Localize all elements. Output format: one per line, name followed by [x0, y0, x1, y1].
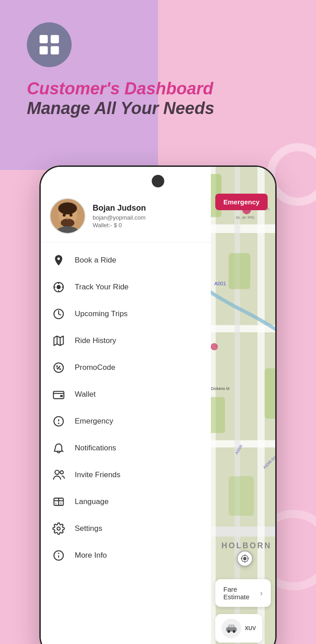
phone-camera	[152, 175, 164, 187]
svg-rect-47	[211, 526, 275, 537]
svg-rect-3	[51, 46, 59, 54]
target-icon	[51, 280, 66, 294]
menu-item-notifications[interactable]: Notifications	[41, 435, 211, 462]
promo-icon: %	[51, 360, 66, 375]
profile-section[interactable]: Bojan Judson bojan@yopmail.com Wallet:- …	[41, 167, 211, 242]
svg-point-8	[61, 219, 74, 227]
svg-text:ss, an IHG: ss, an IHG	[236, 215, 255, 220]
menu-item-language[interactable]: A 文 Language	[41, 488, 211, 515]
svg-rect-49	[257, 167, 265, 644]
dashboard-subtitle: Manage All Your Needs	[27, 98, 316, 119]
fare-estimate-bar[interactable]: Fare Estimate ›	[215, 579, 271, 607]
language-icon: A 文	[51, 495, 66, 509]
menu-label-ride-history: Ride History	[75, 336, 116, 345]
wallet-icon	[51, 387, 66, 402]
profile-info: Bojan Judson bojan@yopmail.com Wallet:- …	[93, 203, 202, 229]
menu-label-promo: PromoCode	[75, 363, 115, 372]
svg-rect-27	[53, 391, 64, 398]
svg-point-10	[69, 214, 73, 217]
phone-screen: Bojan Judson bojan@yopmail.com Wallet:- …	[41, 167, 275, 644]
svg-text:A001: A001	[214, 281, 226, 286]
location-pin-icon	[51, 253, 66, 267]
svg-point-31	[58, 423, 59, 424]
menu-label-upcoming-trips: Upcoming Trips	[75, 309, 128, 318]
menu-label-language: Language	[75, 497, 109, 506]
svg-rect-28	[60, 395, 63, 397]
dashboard-title: Customer's Dashboard	[27, 80, 316, 98]
svg-text:文: 文	[60, 502, 62, 505]
svg-rect-53	[265, 368, 275, 419]
menu-item-more-info[interactable]: More Info	[41, 542, 211, 569]
menu-label-wallet: Wallet	[75, 390, 96, 399]
svg-rect-1	[51, 35, 59, 43]
menu-label-settings: Settings	[75, 524, 102, 533]
bell-icon	[51, 441, 66, 455]
map-area: Emergency	[211, 167, 275, 644]
svg-rect-76	[232, 625, 234, 627]
svg-rect-45	[211, 325, 275, 332]
svg-rect-75	[229, 625, 231, 627]
svg-point-24	[56, 365, 58, 367]
car-icon	[222, 619, 241, 638]
menu-item-emergency[interactable]: Emergency	[41, 408, 211, 435]
svg-point-74	[233, 630, 235, 633]
svg-point-7	[60, 206, 75, 214]
car-type-bar[interactable]: XUV	[215, 614, 262, 643]
svg-text:A: A	[55, 502, 57, 505]
menu-label-track-ride: Track Your Ride	[75, 283, 128, 292]
svg-rect-44	[211, 225, 275, 233]
clock-icon	[51, 307, 66, 321]
menu-item-promo[interactable]: % PromoCode	[41, 354, 211, 381]
navigation-drawer: Bojan Judson bojan@yopmail.com Wallet:- …	[41, 167, 211, 644]
menu-item-track-ride[interactable]: Track Your Ride	[41, 274, 211, 301]
menu-label-invite: Invite Friends	[75, 470, 120, 479]
header-area: Customer's Dashboard Manage All Your Nee…	[0, 0, 316, 132]
svg-text:HOLBORN: HOLBORN	[222, 541, 272, 550]
avatar	[50, 198, 85, 234]
menu-list: Book a Ride Track Your Ride Upcoming Tri…	[41, 242, 211, 573]
svg-rect-0	[39, 35, 47, 43]
menu-item-invite[interactable]: Invite Friends	[41, 462, 211, 488]
menu-item-upcoming-trips[interactable]: Upcoming Trips	[41, 301, 211, 327]
svg-point-25	[60, 369, 61, 370]
app-icon	[27, 22, 72, 67]
svg-rect-52	[229, 253, 250, 289]
menu-label-notifications: Notifications	[75, 444, 116, 453]
svg-point-66	[243, 557, 246, 560]
svg-point-14	[56, 285, 60, 289]
map-history-icon	[51, 334, 66, 348]
svg-rect-50	[235, 167, 240, 644]
svg-point-9	[63, 214, 66, 217]
phone-mockup: Bojan Judson bojan@yopmail.com Wallet:- …	[39, 165, 277, 644]
car-type-label: XUV	[245, 625, 256, 631]
menu-label-book-ride: Book a Ride	[75, 256, 116, 265]
menu-label-more-info: More Info	[75, 551, 107, 560]
svg-rect-55	[229, 476, 254, 516]
menu-item-book-ride[interactable]: Book a Ride	[41, 247, 211, 274]
emergency-button[interactable]: Emergency	[215, 194, 268, 210]
svg-text:Charles Dickens M: Charles Dickens M	[211, 386, 230, 391]
info-icon	[51, 548, 66, 563]
menu-item-wallet[interactable]: Wallet	[41, 381, 211, 408]
svg-point-11	[66, 218, 69, 220]
menu-label-emergency: Emergency	[75, 417, 113, 426]
svg-point-73	[227, 630, 230, 633]
menu-item-settings[interactable]: Settings	[41, 515, 211, 542]
help-circle-icon	[51, 414, 66, 428]
svg-point-65	[211, 343, 218, 350]
profile-name: Bojan Judson	[93, 203, 202, 213]
fare-estimate-label: Fare Estimate	[223, 585, 260, 601]
svg-point-33	[60, 471, 64, 474]
profile-wallet: Wallet:- $ 0	[93, 222, 202, 229]
svg-rect-54	[211, 397, 225, 433]
svg-rect-2	[39, 46, 47, 54]
settings-icon	[51, 521, 66, 536]
fare-arrow-icon: ›	[260, 589, 263, 598]
profile-email: bojan@yopmail.com	[93, 214, 202, 221]
menu-item-ride-history[interactable]: Ride History	[41, 327, 211, 354]
svg-point-39	[57, 527, 60, 530]
svg-point-32	[55, 470, 59, 475]
location-crosshair[interactable]	[237, 551, 253, 567]
friends-icon	[51, 468, 66, 482]
